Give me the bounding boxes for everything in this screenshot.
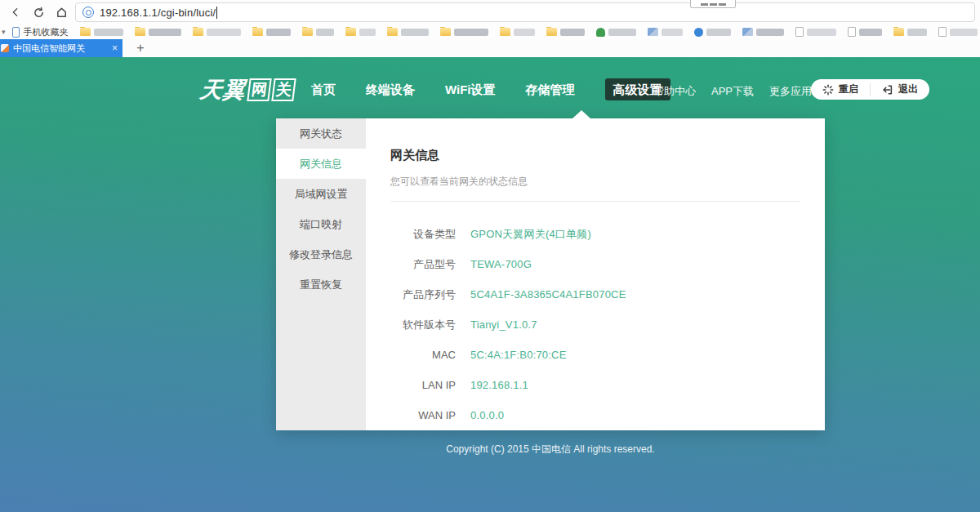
folder-icon (193, 28, 203, 36)
nav-item-terminal-devices[interactable]: 终端设备 (366, 78, 415, 100)
field-value: TEWA-700G (470, 258, 532, 270)
bookmark-item[interactable] (500, 28, 535, 36)
field-lan-ip: LAN IP 192.168.1.1 (390, 370, 800, 400)
bookmark-label-blur (907, 29, 927, 36)
bookmark-label-blur (266, 29, 291, 36)
bookmark-label-blur (608, 29, 636, 36)
sidebar-item-gateway-status[interactable]: 网关状态 (276, 118, 366, 149)
bookmark-item[interactable] (252, 28, 291, 36)
browser-chrome: 192.168.1.1/cgi-bin/luci/ (0, 0, 980, 24)
tab-bar: 中国电信智能网关 × + (0, 39, 980, 57)
folder-icon (546, 28, 557, 36)
bookmark-item[interactable] (80, 28, 123, 36)
panel-notch (572, 110, 590, 118)
nav-item-wifi-settings[interactable]: WiFi设置 (445, 78, 496, 100)
sidebar-item-lan-settings[interactable]: 局域网设置 (276, 179, 366, 209)
bookmark-label-blur (950, 29, 978, 36)
bookmarks-bar: ▾ 手机收藏夹 (0, 24, 980, 39)
bookmark-item[interactable] (938, 27, 978, 37)
panel-content: 网关信息 您可以查看当前网关的状态信息 设备类型 GPON天翼网关(4口单频) … (366, 118, 825, 430)
new-tab-button[interactable]: + (131, 39, 150, 57)
site-info-icon[interactable] (82, 7, 94, 18)
bookmark-label-blur (807, 29, 836, 36)
field-value: 5C:4A:1F:B0:70:CE (470, 349, 567, 361)
home-icon (56, 7, 68, 19)
moon-icon (694, 28, 703, 37)
bookmark-item[interactable] (795, 27, 836, 37)
reload-icon (33, 7, 45, 19)
header-links: 帮助中心 APP下载 更多应用 (653, 84, 812, 99)
home-button[interactable] (52, 3, 70, 21)
bookmark-item[interactable] (345, 28, 376, 36)
bookmark-label-blur (359, 29, 376, 36)
sidebar-item-gateway-info[interactable]: 网关信息 (276, 149, 366, 179)
sidebar-item-change-login[interactable]: 修改登录信息 (276, 239, 366, 269)
image-icon (648, 28, 658, 36)
field-value: 0.0.0.0 (470, 409, 504, 421)
folder-icon (80, 28, 91, 36)
restart-spinner-icon (822, 84, 834, 96)
back-icon (10, 7, 21, 18)
bookmark-label-blur (94, 29, 123, 36)
bookmark-item[interactable] (302, 28, 334, 36)
field-mac: MAC 5C:4A:1F:B0:70:CE (390, 340, 800, 370)
bookmark-label-blur (401, 29, 429, 36)
bookmark-label-blur (514, 29, 535, 36)
reload-button[interactable] (29, 3, 47, 21)
more-apps-link[interactable]: 更多应用 (769, 84, 812, 99)
tab-close-icon[interactable]: × (112, 43, 118, 53)
tab-title: 中国电信智能网关 (13, 42, 107, 55)
bookmark-item[interactable] (546, 28, 585, 36)
restart-label: 重启 (839, 82, 858, 96)
doc-icon (848, 27, 856, 37)
bookmarks-dropdown-icon[interactable]: ▾ (2, 28, 6, 36)
help-center-link[interactable]: 帮助中心 (653, 84, 696, 99)
field-label: 产品序列号 (390, 287, 456, 302)
sidebar-item-port-mapping[interactable]: 端口映射 (276, 209, 366, 239)
tianyi-gateway-logo[interactable]: 天翼网关 (198, 75, 296, 105)
bookmark-item[interactable] (694, 28, 731, 37)
restart-button[interactable]: 重启 (811, 79, 870, 100)
bookmarks-root-folder[interactable]: 手机收藏夹 (24, 26, 69, 38)
folder-icon (893, 28, 904, 36)
panel-sidebar: 网关状态 网关信息 局域网设置 端口映射 修改登录信息 重置恢复 (276, 118, 366, 430)
bookmark-item[interactable] (848, 27, 882, 37)
folder-icon (252, 28, 263, 36)
bookmarks-items (80, 27, 978, 37)
bookmark-item[interactable] (135, 28, 181, 36)
bookmark-item[interactable] (440, 28, 488, 36)
bookmark-label-blur (706, 29, 731, 36)
bookmark-item[interactable] (742, 28, 784, 36)
bookmark-label-blur (207, 29, 241, 36)
logo-text: 天翼 (198, 78, 247, 102)
url-text[interactable]: 192.168.1.1/cgi-bin/luci/ (100, 7, 216, 19)
app-download-link[interactable]: APP下载 (711, 84, 754, 99)
bookmark-item[interactable] (596, 28, 636, 37)
field-value: 5C4A1F-3A8365C4A1FB070CE (470, 288, 626, 301)
page-background: 天翼网关 首页 终端设备 WiFi设置 存储管理 高级设置 帮助中心 APP下载… (0, 57, 980, 512)
back-button[interactable] (7, 3, 24, 21)
field-device-type: 设备类型 GPON天翼网关(4口单频) (390, 219, 800, 249)
bookmark-item[interactable] (193, 28, 241, 36)
logout-button[interactable]: 退出 (871, 79, 929, 100)
nav-item-storage[interactable]: 存储管理 (526, 78, 575, 100)
tree-icon (596, 28, 605, 37)
logout-icon (882, 84, 893, 96)
field-value: 192.168.1.1 (470, 379, 528, 391)
field-serial-number: 产品序列号 5C4A1F-3A8365C4A1FB070CE (390, 279, 800, 309)
bookmark-item[interactable] (893, 28, 927, 36)
field-label: 产品型号 (390, 257, 456, 272)
folder-icon (135, 28, 145, 36)
nav-item-home[interactable]: 首页 (311, 78, 336, 100)
bookmark-item[interactable] (648, 28, 683, 36)
url-bar[interactable]: 192.168.1.1/cgi-bin/luci/ (75, 2, 975, 22)
field-label: 设备类型 (390, 227, 456, 242)
copyright-text: Copyright (C) 2015 中国电信 All rights reser… (276, 443, 825, 456)
field-value: Tianyi_V1.0.7 (470, 318, 537, 331)
tab-active[interactable]: 中国电信智能网关 × (0, 39, 122, 57)
main-nav: 首页 终端设备 WiFi设置 存储管理 高级设置 (311, 78, 670, 100)
bookmark-item[interactable] (387, 28, 429, 36)
info-fields: 设备类型 GPON天翼网关(4口单频) 产品型号 TEWA-700G 产品序列号… (390, 219, 800, 430)
sidebar-item-reset-restore[interactable]: 重置恢复 (276, 269, 366, 300)
text-cursor (216, 7, 217, 19)
